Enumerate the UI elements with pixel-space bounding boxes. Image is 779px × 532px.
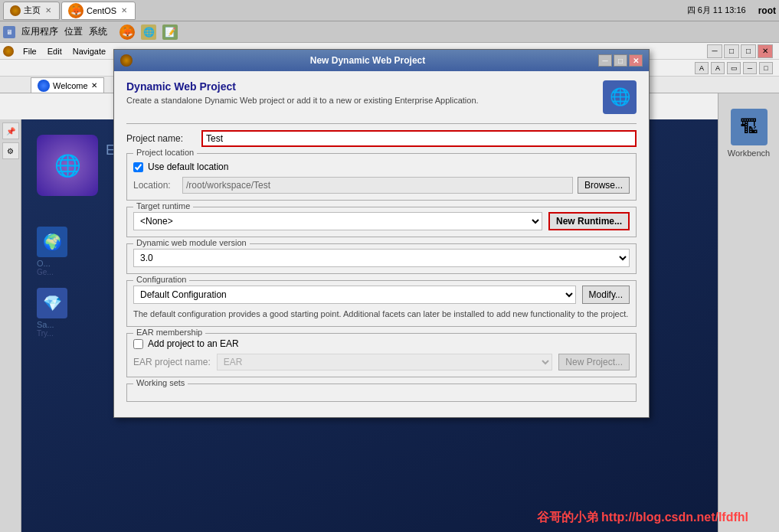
dialog-icon bbox=[120, 54, 133, 67]
places-menu[interactable]: 位置 bbox=[64, 25, 83, 38]
ear-membership-legend: EAR membership bbox=[133, 328, 205, 337]
taskbar-right: 四 6月 11 13:16 root bbox=[687, 5, 776, 16]
system-menu[interactable]: 系统 bbox=[89, 25, 107, 38]
project-name-label: Project name: bbox=[126, 133, 195, 144]
taskbar-tab-home[interactable]: 主页 ✕ bbox=[3, 2, 60, 20]
dialog-body: Dynamic Web Project Create a standalone … bbox=[114, 71, 649, 417]
project-name-row: Project name: bbox=[126, 130, 637, 147]
configuration-legend: Configuration bbox=[133, 275, 189, 284]
location-input[interactable] bbox=[182, 177, 573, 194]
module-version-legend: Dynamic web module version bbox=[133, 238, 250, 247]
module-version-section: Dynamic web module version 3.0 bbox=[126, 243, 637, 274]
edit-icon[interactable]: 📝 bbox=[162, 24, 178, 40]
configuration-section: Configuration Default Configuration Modi… bbox=[126, 280, 637, 327]
username: root bbox=[758, 5, 776, 16]
ear-membership-section: EAR membership Add project to an EAR EAR… bbox=[126, 333, 637, 377]
new-runtime-button[interactable]: New Runtime... bbox=[548, 212, 630, 230]
project-location-legend: Project location bbox=[133, 148, 197, 157]
location-label: Location: bbox=[133, 180, 178, 191]
app-icon: 🖥 bbox=[3, 26, 15, 38]
target-runtime-legend: Target runtime bbox=[133, 201, 193, 211]
working-sets-legend: Working sets bbox=[133, 378, 188, 387]
new-project-button: New Project... bbox=[558, 354, 630, 370]
use-default-location-checkbox[interactable] bbox=[133, 162, 143, 172]
ear-project-select: EAR bbox=[217, 354, 553, 370]
toolbar2: 🖥 应用程序 位置 系统 🦊 🌐 📝 bbox=[0, 21, 779, 43]
browse-button[interactable]: Browse... bbox=[578, 177, 630, 194]
dialog-header-title: Dynamic Web Project bbox=[126, 80, 594, 93]
new-dynamic-web-project-dialog: New Dynamic Web Project ─ □ ✕ Dynamic We… bbox=[113, 49, 650, 418]
use-default-location-label: Use default location bbox=[148, 162, 228, 172]
taskbar-tabs: 主页 ✕ 🦊 CentOS ✕ bbox=[3, 2, 687, 20]
apps-menu[interactable]: 应用程序 bbox=[21, 25, 58, 38]
add-to-ear-checkbox[interactable] bbox=[133, 339, 143, 349]
taskbar-tab-centos[interactable]: 🦊 CentOS ✕ bbox=[61, 2, 136, 20]
module-version-select[interactable]: 3.0 bbox=[133, 249, 630, 267]
firefox-icon: 🦊 bbox=[68, 3, 83, 18]
add-to-ear-label: Add project to an EAR bbox=[148, 338, 239, 349]
location-row: Location: Browse... bbox=[133, 177, 630, 194]
config-row: Default Configuration Modify... bbox=[133, 286, 630, 304]
project-location-section: Project location Use default location Lo… bbox=[126, 153, 637, 201]
config-select[interactable]: Default Configuration bbox=[133, 286, 576, 304]
firefox-toolbar-icon[interactable]: 🦊 bbox=[119, 24, 135, 40]
config-desc: The default configuration provides a goo… bbox=[133, 308, 630, 320]
ear-project-name-label: EAR project name: bbox=[133, 357, 211, 367]
add-to-ear-row: Add project to an EAR bbox=[133, 338, 630, 349]
dialog-restore-btn[interactable]: □ bbox=[614, 54, 627, 67]
dialog-overlay: New Dynamic Web Project ─ □ ✕ Dynamic We… bbox=[0, 43, 779, 532]
dialog-header-icon: 🌐 bbox=[603, 80, 637, 114]
runtime-row: <None> New Runtime... bbox=[133, 212, 630, 230]
centos-tab-label: CentOS bbox=[87, 6, 116, 15]
home-tab-close[interactable]: ✕ bbox=[44, 6, 53, 15]
dialog-header: Dynamic Web Project Create a standalone … bbox=[126, 80, 637, 114]
dialog-header-text: Dynamic Web Project Create a standalone … bbox=[126, 80, 594, 105]
taskbar: 主页 ✕ 🦊 CentOS ✕ 四 6月 11 13:16 root bbox=[0, 0, 779, 21]
dialog-header-desc: Create a standalone Dynamic Web project … bbox=[126, 96, 594, 105]
working-sets-section: Working sets bbox=[126, 383, 637, 402]
clock: 四 6月 11 13:16 bbox=[687, 5, 752, 16]
dialog-separator-1 bbox=[126, 123, 637, 124]
dialog-titlebar: New Dynamic Web Project ─ □ ✕ bbox=[114, 50, 649, 71]
dialog-close-btn[interactable]: ✕ bbox=[629, 54, 643, 67]
home-tab-icon bbox=[10, 5, 21, 16]
project-name-input[interactable] bbox=[201, 130, 637, 147]
project-location-content: Use default location Location: Browse... bbox=[133, 162, 630, 194]
runtime-select[interactable]: <None> bbox=[133, 212, 542, 230]
dialog-title: New Dynamic Web Project bbox=[137, 55, 598, 66]
dialog-minimize-btn[interactable]: ─ bbox=[598, 54, 612, 67]
dialog-window-controls: ─ □ ✕ bbox=[598, 54, 643, 67]
network-icon[interactable]: 🌐 bbox=[141, 24, 156, 40]
modify-button[interactable]: Modify... bbox=[582, 286, 630, 304]
home-tab-label: 主页 bbox=[24, 5, 41, 16]
use-default-location-row: Use default location bbox=[133, 162, 630, 172]
centos-tab-close[interactable]: ✕ bbox=[119, 6, 129, 15]
target-runtime-section: Target runtime <None> New Runtime... bbox=[126, 207, 637, 237]
watermark: 谷哥的小弟 http://blog.csdn.net/lfdfhl bbox=[537, 510, 748, 526]
ear-name-row: EAR project name: EAR New Project... bbox=[133, 354, 630, 370]
